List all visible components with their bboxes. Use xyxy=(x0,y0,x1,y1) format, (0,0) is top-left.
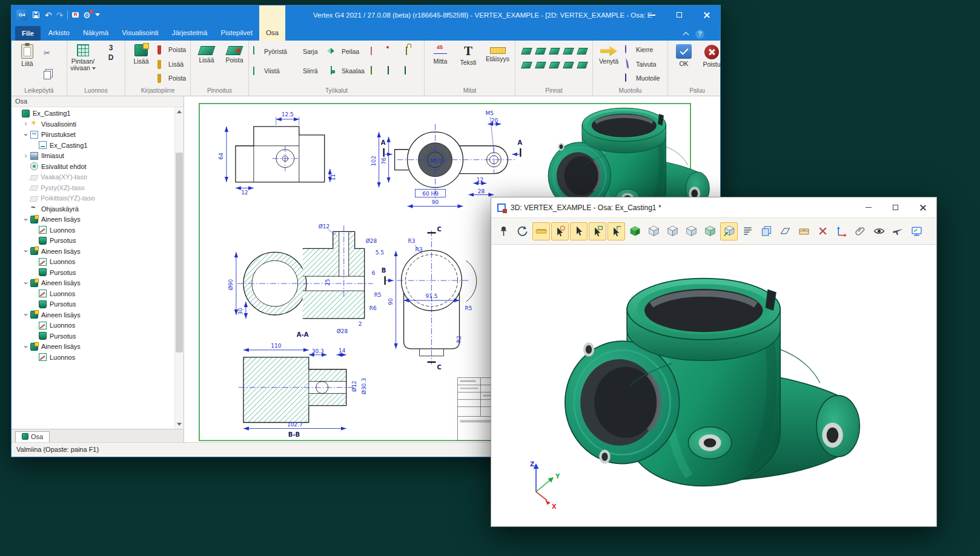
move-button[interactable]: Siirrä xyxy=(290,66,329,76)
close-button[interactable] xyxy=(693,5,720,25)
undo-button[interactable]: ↶ xyxy=(45,11,52,19)
tree-item[interactable]: Pysty(XZ)-taso xyxy=(12,182,174,193)
exit-button[interactable]: Poistu xyxy=(698,42,720,68)
surface-extend-icon[interactable] xyxy=(549,48,560,55)
tab-pistepilvet[interactable]: Pistepilvet xyxy=(214,25,259,41)
ribbon-collapse-button[interactable] xyxy=(684,28,688,39)
qat-customize-button[interactable] xyxy=(95,13,100,16)
zoom-to-fit-icon[interactable] xyxy=(720,222,738,240)
sketch-on-surface-button[interactable]: Pintaan/viivaan xyxy=(70,42,96,71)
scale-button[interactable]: Skaalaa xyxy=(329,66,369,76)
tree-item[interactable]: ›Visualisointi xyxy=(12,119,174,130)
select-area-cursor-icon[interactable] xyxy=(589,222,606,240)
select-rotate-cursor-icon[interactable] xyxy=(551,222,569,240)
visibility-icon[interactable] xyxy=(870,222,888,240)
tree-item[interactable]: Luonnos xyxy=(12,352,174,363)
tree-item[interactable]: ›Ilmiasut xyxy=(12,151,174,162)
array-button[interactable]: Sarja xyxy=(290,47,329,56)
copy-button[interactable] xyxy=(42,68,54,80)
help-button[interactable]: ? xyxy=(695,30,704,39)
tab-järjestelmä[interactable]: Järjestelmä xyxy=(165,25,214,41)
tree-item[interactable]: ›Piirustukset xyxy=(12,130,174,141)
chamfer-button[interactable]: Viistä xyxy=(251,66,290,76)
tree-item[interactable]: Ohjauskäyrä xyxy=(12,204,174,214)
tab-osa[interactable]: Osa xyxy=(259,25,285,41)
component-library-icon[interactable] xyxy=(795,222,813,240)
pan-rotate-icon[interactable] xyxy=(514,222,531,240)
view-cube-icon-1[interactable] xyxy=(645,222,663,240)
tab-näkymä[interactable]: Näkymä xyxy=(76,25,115,41)
erase-button[interactable] xyxy=(369,47,386,56)
expander-icon[interactable]: › xyxy=(22,248,29,254)
view3d-canvas[interactable]: Z Y X xyxy=(491,245,936,526)
tree-item[interactable]: Ex_Casting1 xyxy=(12,108,174,119)
redo-button[interactable]: ↷ xyxy=(56,11,64,19)
select-face-cursor-icon[interactable] xyxy=(608,222,625,240)
settings-gear-button[interactable]: ⚙ xyxy=(83,11,91,19)
thread-button[interactable]: Kierre xyxy=(623,45,662,55)
tree-item[interactable]: ›Aineen lisäys xyxy=(12,342,174,352)
scroll-down-button[interactable] xyxy=(175,420,184,429)
expander-icon[interactable]: › xyxy=(22,153,29,159)
library-remove2-button[interactable]: Poista xyxy=(156,73,188,83)
surface-sew-icon[interactable] xyxy=(549,62,560,68)
tab-visualisointi[interactable]: Visualisointi xyxy=(115,25,165,41)
surface-loft-icon[interactable] xyxy=(521,62,532,68)
surface-add-icon[interactable] xyxy=(521,48,532,55)
expander-icon[interactable]: › xyxy=(22,343,29,350)
paste-button[interactable]: Liitä xyxy=(14,42,41,67)
vertex-tools-button[interactable]: R xyxy=(72,12,79,18)
tree-item[interactable]: Pursotus xyxy=(12,299,174,310)
library-remove-button[interactable]: Poista xyxy=(156,45,188,55)
app-logo-icon[interactable]: G4 xyxy=(16,10,27,21)
view3d-titlebar[interactable]: 3D: VERTEX_EXAMPLE - Osa: Ex_Casting1 * xyxy=(491,197,936,218)
coating-remove-button[interactable]: Poista xyxy=(221,42,248,64)
tree-item[interactable]: Vaaka(XY)-taso xyxy=(12,172,174,183)
scroll-up-button[interactable] xyxy=(175,107,184,116)
view-cube-icon-2[interactable] xyxy=(664,222,681,240)
tree-item[interactable]: ›Aineen lisäys xyxy=(12,278,174,289)
green-box-button[interactable] xyxy=(369,66,386,76)
tree-item[interactable]: Poikittais(YZ)-taso xyxy=(12,193,174,204)
tree-scrollbar[interactable] xyxy=(174,107,184,429)
distance-button[interactable]: Etäisyys xyxy=(483,42,512,62)
expander-icon[interactable]: › xyxy=(22,216,29,223)
save-button[interactable] xyxy=(31,10,41,19)
fly-through-icon[interactable] xyxy=(889,222,907,240)
view-cube-icon-4[interactable] xyxy=(701,222,719,240)
viewport-settings-icon[interactable] xyxy=(908,222,925,240)
ok-button[interactable]: OK xyxy=(670,42,697,67)
tree-item[interactable]: ›Aineen lisäys xyxy=(12,309,174,320)
main-titlebar[interactable]: G4 ↶ ↷ R ⚙ Vertex G4 2021 / 27.0.08 (bet… xyxy=(12,5,720,25)
tree-item[interactable]: Esivalitut ehdot xyxy=(12,161,174,172)
measure-icon[interactable] xyxy=(532,222,550,240)
surface-patch-icon[interactable] xyxy=(535,62,546,68)
bend-button[interactable]: Taivuta xyxy=(623,59,662,69)
copy-layers-icon[interactable] xyxy=(758,222,775,240)
attachment-icon[interactable] xyxy=(852,222,869,240)
library-add-small-button[interactable]: Lisää xyxy=(156,59,188,69)
expander-icon[interactable]: › xyxy=(22,280,29,286)
stretch-button[interactable]: Venytä xyxy=(595,42,622,65)
surface-sweep-icon[interactable] xyxy=(577,48,588,55)
pin-icon[interactable] xyxy=(495,222,512,240)
lock-button[interactable] xyxy=(403,47,420,56)
tree-item[interactable]: Pursotus xyxy=(12,236,174,247)
cut-button[interactable]: ✂ xyxy=(42,48,54,58)
sketch-3d-button[interactable]: 3 D xyxy=(98,42,124,62)
library-feature-add-button[interactable]: Lisää xyxy=(128,42,154,65)
spline-button[interactable] xyxy=(386,47,403,56)
surface-trim-icon[interactable] xyxy=(535,48,546,55)
coating-add-button[interactable]: Lisää xyxy=(193,42,220,64)
tree-item[interactable]: Luonnos xyxy=(12,288,174,299)
coordinate-axes-icon[interactable] xyxy=(833,222,850,240)
maximize-button[interactable] xyxy=(666,5,693,25)
tab-arkisto[interactable]: Arkisto xyxy=(42,25,76,41)
cube-button[interactable] xyxy=(386,66,403,76)
tree-item[interactable]: Luonnos xyxy=(12,320,174,331)
fillet-button[interactable]: Pyöristä xyxy=(251,47,290,56)
view3d-maximize-button[interactable] xyxy=(882,197,909,217)
bottom-tab-osa[interactable]: Osa xyxy=(15,431,50,442)
surface-offset-icon[interactable] xyxy=(563,48,574,55)
cylinder-button[interactable] xyxy=(403,66,420,76)
